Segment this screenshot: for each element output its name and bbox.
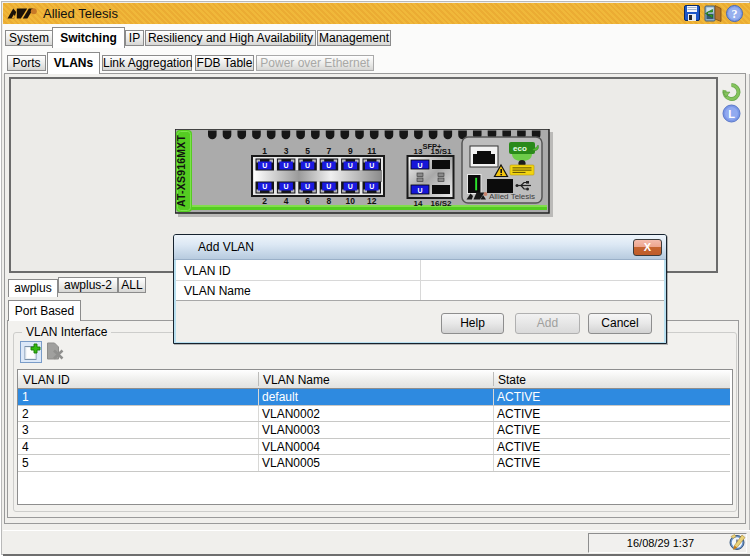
svg-text:eco: eco xyxy=(513,144,527,153)
svg-text:8: 8 xyxy=(327,196,332,206)
svg-text:U: U xyxy=(284,183,289,190)
svg-text:U: U xyxy=(326,183,331,190)
svg-text:U: U xyxy=(262,162,267,169)
svg-text:14: 14 xyxy=(414,199,423,208)
svg-text:7: 7 xyxy=(327,146,332,156)
svg-text:U: U xyxy=(348,183,353,190)
svg-text:6: 6 xyxy=(305,196,310,206)
svg-text:U: U xyxy=(369,162,374,169)
svg-text:U: U xyxy=(417,187,422,194)
svg-text:Allied Telesis: Allied Telesis xyxy=(489,192,535,201)
svg-text:2: 2 xyxy=(262,196,267,206)
svg-text:4: 4 xyxy=(284,196,289,206)
svg-text:3: 3 xyxy=(284,146,289,156)
svg-text:AT-XS916MXT: AT-XS916MXT xyxy=(175,135,187,207)
svg-text:U: U xyxy=(305,162,310,169)
svg-text:U: U xyxy=(305,183,310,190)
svg-text:15/S1: 15/S1 xyxy=(431,147,452,156)
svg-text:10: 10 xyxy=(346,196,356,206)
svg-text:U: U xyxy=(417,162,422,169)
svg-text:L: L xyxy=(728,108,735,120)
svg-text:U: U xyxy=(348,162,353,169)
svg-text:U: U xyxy=(326,162,331,169)
svg-text:5: 5 xyxy=(305,146,310,156)
svg-text:U: U xyxy=(262,183,267,190)
svg-text:11: 11 xyxy=(367,146,376,156)
svg-text:U: U xyxy=(284,162,289,169)
svg-text:?: ? xyxy=(732,7,738,21)
svg-text:16/S2: 16/S2 xyxy=(431,199,452,208)
svg-text:U: U xyxy=(369,183,374,190)
svg-text:9: 9 xyxy=(348,146,353,156)
svg-text:13: 13 xyxy=(414,147,423,156)
svg-text:1: 1 xyxy=(262,146,267,156)
svg-text:12: 12 xyxy=(367,196,377,206)
